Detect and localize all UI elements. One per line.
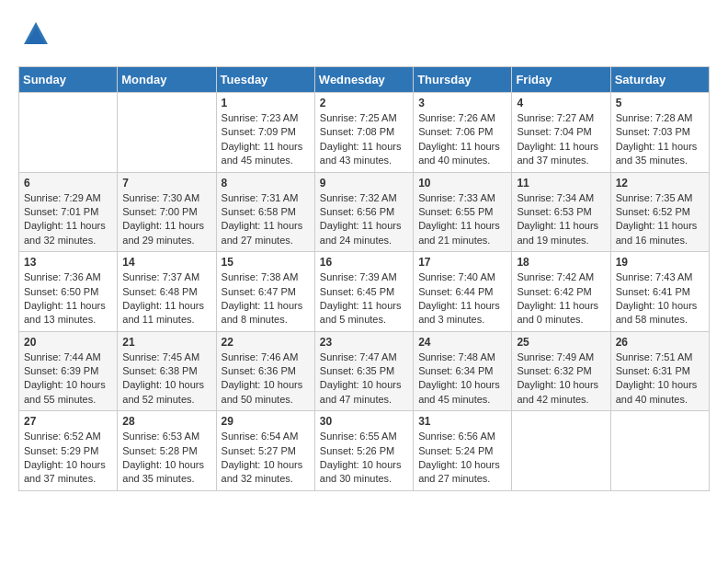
calendar-week-5: 27Sunrise: 6:52 AMSunset: 5:29 PMDayligh… xyxy=(19,411,710,491)
day-info: Sunrise: 6:55 AMSunset: 5:26 PMDaylight:… xyxy=(320,430,408,487)
calendar-cell: 24Sunrise: 7:48 AMSunset: 6:34 PMDayligh… xyxy=(414,331,512,411)
day-info: Sunrise: 7:34 AMSunset: 6:53 PMDaylight:… xyxy=(517,191,605,248)
day-number: 24 xyxy=(418,336,506,349)
day-info: Sunrise: 7:40 AMSunset: 6:44 PMDaylight:… xyxy=(418,270,506,327)
calendar-header-monday: Monday xyxy=(118,67,216,93)
calendar-cell: 15Sunrise: 7:38 AMSunset: 6:47 PMDayligh… xyxy=(216,252,314,332)
calendar-cell: 9Sunrise: 7:32 AMSunset: 6:56 PMDaylight… xyxy=(314,172,413,252)
calendar-cell: 5Sunrise: 7:28 AMSunset: 7:03 PMDaylight… xyxy=(610,93,709,173)
calendar-header-thursday: Thursday xyxy=(414,67,512,93)
day-number: 2 xyxy=(320,97,408,109)
day-info: Sunrise: 7:26 AMSunset: 7:06 PMDaylight:… xyxy=(418,111,506,168)
calendar-cell: 26Sunrise: 7:51 AMSunset: 6:31 PMDayligh… xyxy=(610,331,709,411)
calendar-header-row: SundayMondayTuesdayWednesdayThursdayFrid… xyxy=(19,67,710,93)
day-number: 25 xyxy=(517,336,605,349)
day-info: Sunrise: 7:32 AMSunset: 6:56 PMDaylight:… xyxy=(320,191,408,248)
day-info: Sunrise: 7:36 AMSunset: 6:50 PMDaylight:… xyxy=(24,270,112,327)
day-info: Sunrise: 7:51 AMSunset: 6:31 PMDaylight:… xyxy=(616,350,704,408)
calendar-cell: 27Sunrise: 6:52 AMSunset: 5:29 PMDayligh… xyxy=(19,411,118,491)
calendar-cell: 31Sunrise: 6:56 AMSunset: 5:24 PMDayligh… xyxy=(414,411,512,491)
calendar: SundayMondayTuesdayWednesdayThursdayFrid… xyxy=(18,66,710,491)
calendar-cell: 2Sunrise: 7:25 AMSunset: 7:08 PMDaylight… xyxy=(314,93,413,173)
day-number: 21 xyxy=(122,336,210,349)
day-info: Sunrise: 7:49 AMSunset: 6:32 PMDaylight:… xyxy=(517,350,605,408)
calendar-cell: 17Sunrise: 7:40 AMSunset: 6:44 PMDayligh… xyxy=(414,252,512,332)
calendar-cell: 14Sunrise: 7:37 AMSunset: 6:48 PMDayligh… xyxy=(118,252,216,332)
calendar-header-saturday: Saturday xyxy=(610,67,709,93)
day-number: 1 xyxy=(222,97,310,109)
day-number: 16 xyxy=(320,256,408,269)
calendar-cell: 16Sunrise: 7:39 AMSunset: 6:45 PMDayligh… xyxy=(314,252,413,332)
day-number: 19 xyxy=(616,256,704,269)
calendar-cell: 8Sunrise: 7:31 AMSunset: 6:58 PMDaylight… xyxy=(216,172,314,252)
calendar-cell: 21Sunrise: 7:45 AMSunset: 6:38 PMDayligh… xyxy=(118,331,216,411)
calendar-cell: 12Sunrise: 7:35 AMSunset: 6:52 PMDayligh… xyxy=(610,172,709,252)
day-number: 12 xyxy=(616,177,704,190)
day-number: 27 xyxy=(24,415,112,428)
logo xyxy=(18,18,50,52)
day-info: Sunrise: 7:33 AMSunset: 6:55 PMDaylight:… xyxy=(418,191,506,248)
calendar-week-2: 6Sunrise: 7:29 AMSunset: 7:01 PMDaylight… xyxy=(19,172,710,252)
day-info: Sunrise: 6:54 AMSunset: 5:27 PMDaylight:… xyxy=(222,430,310,487)
day-number: 7 xyxy=(122,177,210,190)
calendar-cell: 13Sunrise: 7:36 AMSunset: 6:50 PMDayligh… xyxy=(19,252,118,332)
day-info: Sunrise: 7:46 AMSunset: 6:36 PMDaylight:… xyxy=(222,350,310,408)
day-info: Sunrise: 7:48 AMSunset: 6:34 PMDaylight:… xyxy=(418,350,506,408)
calendar-cell: 19Sunrise: 7:43 AMSunset: 6:41 PMDayligh… xyxy=(610,252,709,332)
calendar-cell: 29Sunrise: 6:54 AMSunset: 5:27 PMDayligh… xyxy=(216,411,314,491)
calendar-cell xyxy=(512,411,610,491)
day-info: Sunrise: 7:43 AMSunset: 6:41 PMDaylight:… xyxy=(616,270,704,327)
day-number: 26 xyxy=(616,336,704,349)
day-info: Sunrise: 7:37 AMSunset: 6:48 PMDaylight:… xyxy=(122,270,210,327)
calendar-cell: 30Sunrise: 6:55 AMSunset: 5:26 PMDayligh… xyxy=(314,411,413,491)
day-info: Sunrise: 6:52 AMSunset: 5:29 PMDaylight:… xyxy=(24,430,112,487)
day-info: Sunrise: 7:38 AMSunset: 6:47 PMDaylight:… xyxy=(222,270,310,327)
calendar-cell: 1Sunrise: 7:23 AMSunset: 7:09 PMDaylight… xyxy=(216,93,314,173)
day-info: Sunrise: 7:39 AMSunset: 6:45 PMDaylight:… xyxy=(320,270,408,327)
day-info: Sunrise: 6:56 AMSunset: 5:24 PMDaylight:… xyxy=(418,430,506,487)
day-number: 10 xyxy=(418,177,506,190)
day-info: Sunrise: 6:53 AMSunset: 5:28 PMDaylight:… xyxy=(122,430,210,487)
day-info: Sunrise: 7:25 AMSunset: 7:08 PMDaylight:… xyxy=(320,111,408,168)
day-number: 3 xyxy=(418,97,506,109)
calendar-cell: 3Sunrise: 7:26 AMSunset: 7:06 PMDaylight… xyxy=(414,93,512,173)
calendar-cell: 25Sunrise: 7:49 AMSunset: 6:32 PMDayligh… xyxy=(512,331,610,411)
day-info: Sunrise: 7:35 AMSunset: 6:52 PMDaylight:… xyxy=(616,191,704,248)
day-number: 13 xyxy=(24,256,112,269)
day-number: 29 xyxy=(222,415,310,428)
logo-icon xyxy=(22,20,50,52)
calendar-cell: 11Sunrise: 7:34 AMSunset: 6:53 PMDayligh… xyxy=(512,172,610,252)
day-number: 9 xyxy=(320,177,408,190)
day-info: Sunrise: 7:29 AMSunset: 7:01 PMDaylight:… xyxy=(24,191,112,248)
day-number: 8 xyxy=(222,177,310,190)
day-info: Sunrise: 7:30 AMSunset: 7:00 PMDaylight:… xyxy=(122,191,210,248)
calendar-cell: 20Sunrise: 7:44 AMSunset: 6:39 PMDayligh… xyxy=(19,331,118,411)
day-info: Sunrise: 7:31 AMSunset: 6:58 PMDaylight:… xyxy=(222,191,310,248)
calendar-header-friday: Friday xyxy=(512,67,610,93)
calendar-cell xyxy=(610,411,709,491)
day-number: 4 xyxy=(517,97,605,109)
calendar-cell xyxy=(19,93,118,173)
day-info: Sunrise: 7:42 AMSunset: 6:42 PMDaylight:… xyxy=(517,270,605,327)
day-number: 11 xyxy=(517,177,605,190)
calendar-body: 1Sunrise: 7:23 AMSunset: 7:09 PMDaylight… xyxy=(19,93,710,491)
calendar-header-sunday: Sunday xyxy=(19,67,118,93)
day-info: Sunrise: 7:28 AMSunset: 7:03 PMDaylight:… xyxy=(616,111,704,168)
calendar-cell xyxy=(118,93,216,173)
day-info: Sunrise: 7:47 AMSunset: 6:35 PMDaylight:… xyxy=(320,350,408,408)
calendar-cell: 18Sunrise: 7:42 AMSunset: 6:42 PMDayligh… xyxy=(512,252,610,332)
calendar-header-wednesday: Wednesday xyxy=(314,67,413,93)
day-number: 14 xyxy=(122,256,210,269)
day-number: 28 xyxy=(122,415,210,428)
day-info: Sunrise: 7:23 AMSunset: 7:09 PMDaylight:… xyxy=(222,111,310,168)
calendar-week-4: 20Sunrise: 7:44 AMSunset: 6:39 PMDayligh… xyxy=(19,331,710,411)
calendar-cell: 7Sunrise: 7:30 AMSunset: 7:00 PMDaylight… xyxy=(118,172,216,252)
calendar-cell: 4Sunrise: 7:27 AMSunset: 7:04 PMDaylight… xyxy=(512,93,610,173)
day-info: Sunrise: 7:44 AMSunset: 6:39 PMDaylight:… xyxy=(24,350,112,408)
calendar-cell: 6Sunrise: 7:29 AMSunset: 7:01 PMDaylight… xyxy=(19,172,118,252)
calendar-header-tuesday: Tuesday xyxy=(216,67,314,93)
day-number: 17 xyxy=(418,256,506,269)
calendar-cell: 28Sunrise: 6:53 AMSunset: 5:28 PMDayligh… xyxy=(118,411,216,491)
calendar-week-1: 1Sunrise: 7:23 AMSunset: 7:09 PMDaylight… xyxy=(19,93,710,173)
day-number: 22 xyxy=(222,336,310,349)
